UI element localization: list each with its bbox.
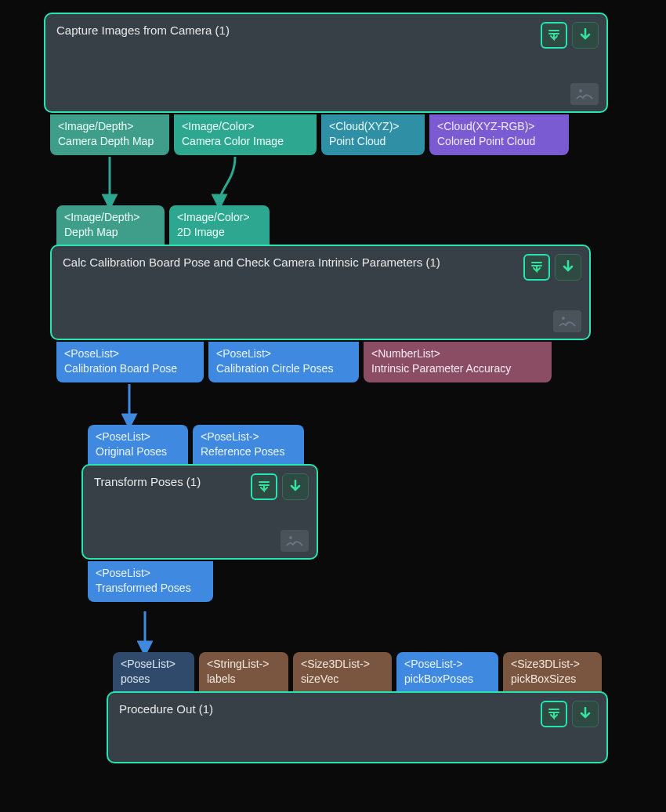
port-sizevec[interactable]: <Size3DList-> sizeVec — [293, 652, 392, 693]
execute-step-icon[interactable] — [523, 254, 550, 281]
svg-point-2 — [289, 536, 292, 539]
port-original-poses[interactable]: <PoseList> Original Poses — [88, 425, 188, 466]
port-camera-color-image[interactable]: <Image/Color> Camera Color Image — [174, 114, 317, 155]
port-2d-image[interactable]: <Image/Color> 2D Image — [169, 205, 270, 246]
node-title: Procedure Out (1) — [119, 702, 595, 716]
image-preview-icon — [281, 530, 309, 552]
node-transform-poses[interactable]: Transform Poses (1) — [81, 464, 318, 560]
svg-point-0 — [579, 89, 582, 92]
node-procedure-out[interactable]: Procedure Out (1) — [107, 691, 608, 763]
execute-step-icon[interactable] — [251, 473, 277, 500]
execute-icon[interactable] — [282, 473, 309, 500]
port-colored-point-cloud[interactable]: <Cloud(XYZ-RGB)> Colored Point Cloud — [429, 114, 569, 155]
image-preview-icon — [570, 83, 599, 105]
port-labels[interactable]: <StringList-> labels — [199, 652, 288, 693]
port-point-cloud[interactable]: <Cloud(XYZ)> Point Cloud — [321, 114, 425, 155]
port-calibration-circle-poses[interactable]: <PoseList> Calibration Circle Poses — [208, 342, 359, 382]
port-reference-poses[interactable]: <PoseList-> Reference Poses — [193, 425, 304, 466]
image-preview-icon — [553, 310, 581, 332]
execute-icon[interactable] — [555, 254, 581, 281]
execute-step-icon[interactable] — [541, 22, 567, 49]
port-calibration-board-pose[interactable]: <PoseList> Calibration Board Pose — [56, 342, 204, 382]
port-transformed-poses[interactable]: <PoseList> Transformed Poses — [88, 561, 213, 602]
svg-point-1 — [562, 317, 565, 320]
port-pickboxposes[interactable]: <PoseList-> pickBoxPoses — [396, 652, 498, 693]
node-title: Capture Images from Camera (1) — [56, 24, 595, 37]
port-depth-map[interactable]: <Image/Depth> Depth Map — [56, 205, 165, 246]
node-calc-calibration[interactable]: Calc Calibration Board Pose and Check Ca… — [50, 245, 591, 340]
port-camera-depth-map[interactable]: <Image/Depth> Camera Depth Map — [50, 114, 169, 155]
execute-icon[interactable] — [572, 701, 599, 727]
node-capture-images[interactable]: Capture Images from Camera (1) — [44, 13, 608, 113]
execute-step-icon[interactable] — [541, 701, 567, 727]
port-poses[interactable]: <PoseList> poses — [113, 652, 194, 693]
port-pickboxsizes[interactable]: <Size3DList-> pickBoxSizes — [503, 652, 602, 693]
execute-icon[interactable] — [572, 22, 599, 49]
port-intrinsic-accuracy[interactable]: <NumberList> Intrinsic Parameter Accurac… — [364, 342, 552, 382]
node-graph-canvas[interactable]: Capture Images from Camera (1) <Image/De… — [0, 0, 666, 812]
node-title: Calc Calibration Board Pose and Check Ca… — [63, 256, 578, 269]
